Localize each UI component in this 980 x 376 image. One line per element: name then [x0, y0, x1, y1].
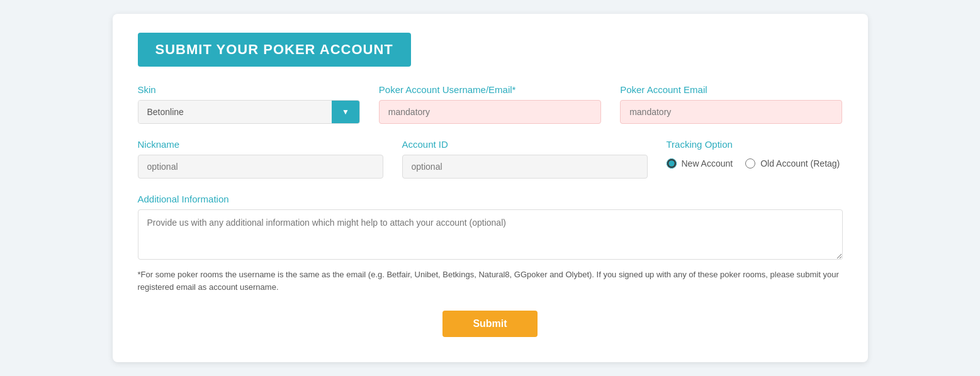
old-account-radio[interactable] — [745, 158, 755, 169]
nickname-group: Nickname — [138, 139, 383, 179]
page-title: SUBMIT YOUR POKER ACCOUNT — [138, 33, 411, 67]
tracking-label: Tracking Option — [667, 139, 843, 150]
old-account-option[interactable]: Old Account (Retag) — [745, 158, 840, 169]
skin-dropdown-button[interactable] — [332, 101, 359, 123]
skin-value: Betonline — [138, 101, 332, 123]
new-account-radio[interactable] — [667, 158, 677, 169]
row-2: Nickname Account ID Tracking Option New … — [138, 139, 843, 179]
skin-label: Skin — [138, 84, 360, 95]
additional-info-textarea[interactable] — [138, 209, 843, 260]
nickname-label: Nickname — [138, 139, 383, 150]
footnote: *For some poker rooms the username is th… — [138, 268, 843, 293]
account-id-input[interactable] — [402, 155, 648, 179]
account-id-group: Account ID — [402, 139, 648, 179]
skin-select-wrapper[interactable]: Betonline — [138, 100, 360, 124]
username-input[interactable] — [379, 100, 601, 124]
row-1: Skin Betonline Poker Account Username/Em… — [138, 84, 843, 124]
account-id-label: Account ID — [402, 139, 648, 150]
old-account-label: Old Account (Retag) — [760, 158, 840, 169]
email-input[interactable] — [620, 100, 842, 124]
submit-button[interactable]: Submit — [442, 311, 537, 337]
submit-row: Submit — [138, 311, 843, 337]
tracking-group: Tracking Option New Account Old Account … — [667, 139, 843, 179]
form-card: SUBMIT YOUR POKER ACCOUNT Skin Betonline… — [113, 14, 868, 362]
username-label: Poker Account Username/Email* — [379, 84, 601, 95]
new-account-label: New Account — [682, 158, 733, 169]
new-account-option[interactable]: New Account — [667, 158, 733, 169]
nickname-input[interactable] — [138, 155, 383, 179]
email-label: Poker Account Email — [620, 84, 842, 95]
skin-group: Skin Betonline — [138, 84, 360, 124]
additional-info-label: Additional Information — [138, 194, 843, 204]
additional-info-group: Additional Information — [138, 194, 843, 260]
username-group: Poker Account Username/Email* — [379, 84, 601, 124]
email-group: Poker Account Email — [620, 84, 842, 124]
tracking-options: New Account Old Account (Retag) — [667, 158, 843, 174]
